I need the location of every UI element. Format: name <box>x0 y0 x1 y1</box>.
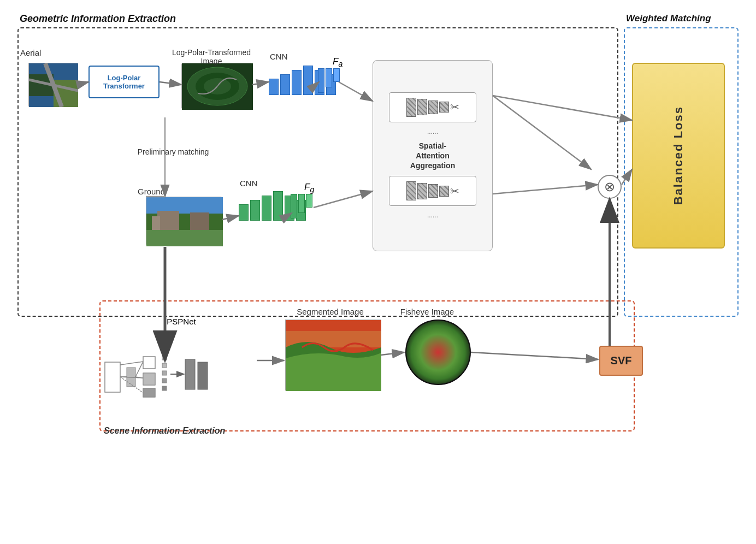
lpt-image <box>181 63 252 109</box>
fa-feature-map <box>318 68 340 93</box>
svg-rect-14 <box>152 216 160 230</box>
segmented-label: Segmented Image <box>280 307 381 316</box>
attn-layers-top: ✂ <box>406 98 459 117</box>
geo-info-label: Geometric Information Extraction <box>20 13 176 25</box>
svg-rect-29 <box>185 359 195 389</box>
spatial-attention-box: ✂ ...... Spatial-AttentionAggregation ✂ … <box>373 60 493 251</box>
attn-b-l2 <box>417 183 427 199</box>
svg-rect-25 <box>162 371 167 375</box>
svg-rect-30 <box>198 362 208 389</box>
svg-rect-22 <box>143 388 155 397</box>
main-container: Geometric Information Extraction Weighte… <box>0 0 756 544</box>
cnn-layer-4 <box>303 66 313 95</box>
svg-rect-13 <box>146 230 223 246</box>
lpt-image-label: Log-Polar-TransformedImage <box>168 48 255 66</box>
svg-rect-23 <box>162 356 167 360</box>
pspnet-container: PSPNet <box>102 317 261 426</box>
attn-module-bottom: ✂ <box>389 176 476 206</box>
svf-label: SVF <box>611 354 632 367</box>
lpt-image-label-text: Log-Polar-TransformedImage <box>172 48 251 66</box>
fg-label: Fg <box>304 182 314 194</box>
svg-rect-24 <box>162 363 167 368</box>
svg-line-31 <box>120 362 143 365</box>
cnn-g-layer-4 <box>273 191 283 221</box>
attn-l2 <box>417 99 427 115</box>
cnn-g-layer-2 <box>250 200 260 221</box>
cnn-bottom-label: CNN <box>240 179 258 188</box>
spatial-title-text: Spatial-AttentionAggregation <box>410 141 455 170</box>
fa-label: Fa <box>333 56 342 68</box>
dots-top: ...... <box>427 128 438 135</box>
preliminary-text: Preliminary matching <box>138 147 209 156</box>
svg-rect-27 <box>162 386 167 391</box>
balanced-loss-label: Balanced Loss <box>671 106 686 205</box>
cnn-g-layer-3 <box>262 196 271 221</box>
svf-box: SVF <box>599 346 643 376</box>
svg-rect-15 <box>163 218 169 230</box>
multiply-circle: ⊗ <box>598 175 622 199</box>
aerial-label: Aerial <box>20 48 41 57</box>
pspnet-svg <box>102 329 255 425</box>
svg-line-34 <box>135 362 143 377</box>
aerial-image <box>28 63 78 107</box>
svg-rect-20 <box>143 373 155 385</box>
ground-image <box>146 197 222 246</box>
ground-label: Ground <box>138 187 165 196</box>
balanced-loss-box: Balanced Loss <box>632 63 725 249</box>
attn-layers-bottom: ✂ <box>406 181 459 200</box>
cnn-top-label: CNN <box>270 52 288 61</box>
attn-b-l3 <box>428 184 438 198</box>
lpt-label: Log-Polar Transformer <box>90 74 158 90</box>
fisheye-label: Fisheye Image <box>392 307 463 316</box>
dots-bottom: ...... <box>427 211 438 219</box>
attn-l1 <box>406 98 416 117</box>
lpt-box: Log-Polar Transformer <box>88 66 160 98</box>
fisheye-inner <box>406 321 470 384</box>
pspnet-title: PSPNet <box>102 317 261 326</box>
weighted-matching-label: Weighted Matching <box>626 13 711 24</box>
fisheye-image <box>405 320 471 385</box>
spatial-title: Spatial-AttentionAggregation <box>410 141 455 171</box>
attn-b-l4 <box>439 186 449 197</box>
scene-info-label: Scene Information Extraction <box>104 426 225 436</box>
svg-rect-18 <box>143 357 155 369</box>
cnn-layer-2 <box>280 74 290 95</box>
fg-feature-map <box>291 194 312 218</box>
svg-rect-16 <box>105 362 120 392</box>
attn-l4 <box>439 102 449 113</box>
cnn-g-layer-1 <box>239 204 249 221</box>
segmented-image <box>285 320 381 391</box>
attn-module-top: ✂ <box>389 92 476 122</box>
cnn-layer-1 <box>269 79 279 95</box>
preliminary-label: Preliminary matching <box>132 147 214 156</box>
svg-rect-26 <box>162 379 167 383</box>
attn-b-l1 <box>406 181 416 200</box>
cnn-layer-3 <box>292 70 302 95</box>
attn-l3 <box>428 100 438 114</box>
